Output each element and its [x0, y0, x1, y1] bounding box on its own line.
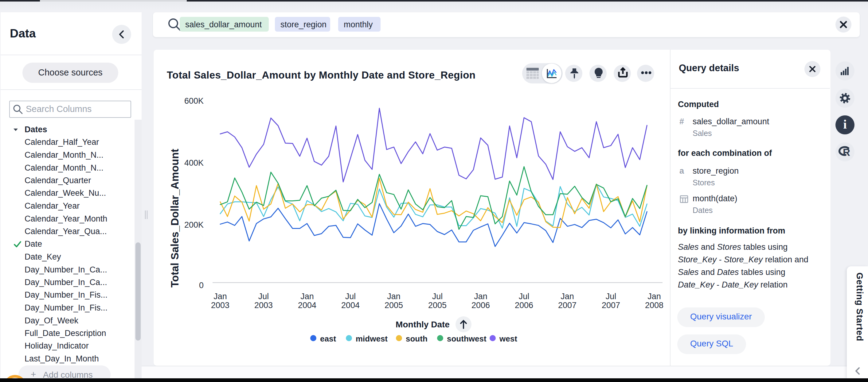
svg-text:Jan: Jan — [387, 292, 401, 301]
svg-text:Jul: Jul — [519, 292, 529, 301]
svg-text:600K: 600K — [184, 96, 204, 106]
svg-text:400K: 400K — [184, 158, 204, 168]
svg-text:200K: 200K — [184, 220, 204, 230]
svg-text:R: R — [843, 147, 850, 158]
svg-text:east: east — [320, 334, 336, 343]
svg-text:Jan: Jan — [300, 292, 314, 301]
svg-text:2007: 2007 — [602, 301, 620, 310]
svg-text:Jan: Jan — [474, 292, 488, 301]
svg-text:2003: 2003 — [211, 301, 229, 310]
svg-text:Jan: Jan — [561, 292, 574, 301]
svg-text:west: west — [499, 334, 517, 343]
svg-text:2004: 2004 — [298, 301, 316, 310]
svg-text:midwest: midwest — [356, 334, 388, 343]
svg-text:Monthly Date: Monthly Date — [396, 320, 450, 329]
svg-text:2006: 2006 — [471, 301, 490, 310]
svg-text:2007: 2007 — [558, 301, 577, 310]
svg-text:Jul: Jul — [258, 292, 269, 301]
svg-text:Jul: Jul — [432, 292, 443, 301]
svg-text:Jan: Jan — [648, 292, 661, 301]
svg-text:2003: 2003 — [254, 301, 273, 310]
svg-text:2008: 2008 — [645, 301, 663, 310]
svg-text:Jul: Jul — [606, 292, 616, 301]
svg-text:2005: 2005 — [428, 301, 446, 310]
svg-text:0: 0 — [199, 281, 204, 290]
svg-text:Total Sales_Dollar_Amount: Total Sales_Dollar_Amount — [168, 148, 181, 287]
svg-text:southwest: southwest — [447, 334, 487, 343]
svg-text:2004: 2004 — [341, 301, 360, 310]
svg-text:2006: 2006 — [515, 301, 533, 310]
svg-text:south: south — [406, 334, 428, 343]
svg-text:Jan: Jan — [214, 292, 227, 301]
svg-text:Jul: Jul — [345, 292, 356, 301]
svg-text:2005: 2005 — [384, 301, 403, 310]
